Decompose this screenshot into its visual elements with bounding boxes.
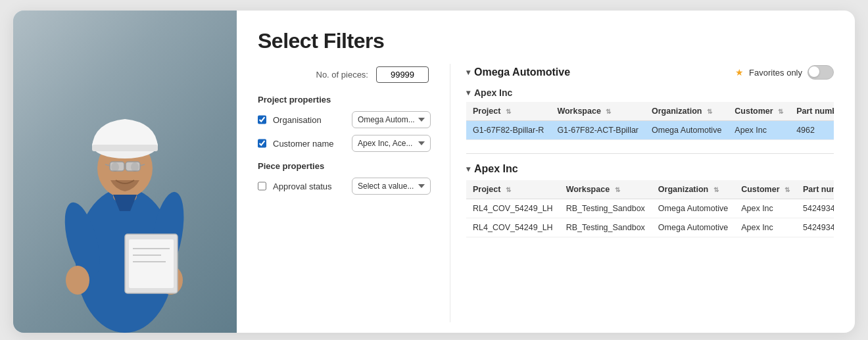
customer-name-label: Customer name (273, 139, 345, 149)
approval-status-filter-item: Approval status Select a value... Approv… (258, 178, 429, 195)
cell-organization: Omega Automotive (652, 218, 735, 237)
organisation-label: Organisation (273, 115, 345, 125)
organisation-select[interactable]: Omega Autom... Other... (352, 111, 431, 128)
cell-workspace: G1-67F82-ACT-Bpillar (550, 121, 645, 140)
pieces-input[interactable] (376, 66, 429, 83)
subgroup-apex-inc-2: ▾ Apex Inc Project ⇅ Workspace ⇅ Organiz… (466, 163, 834, 237)
group1-title: ▾ Omega Automotive (466, 66, 570, 78)
cell-workspace: RB_Testing_Sandbox (560, 218, 652, 237)
organisation-checkbox[interactable] (258, 114, 266, 125)
group2-name: Apex Inc (474, 163, 518, 175)
subgroup1-chevron-icon[interactable]: ▾ (466, 88, 470, 97)
results-header: ▾ Omega Automotive ★ Favorites only (466, 64, 834, 80)
results-panel: ▾ Omega Automotive ★ Favorites only ▾ (450, 64, 834, 322)
customer-name-filter-item: Customer name Apex Inc, Ace... Other... (258, 135, 429, 152)
svg-rect-15 (126, 162, 140, 171)
title-area: Select Filters (237, 11, 855, 64)
sort-project-icon[interactable]: ⇅ (506, 108, 511, 115)
favorites-label: Favorites only (749, 68, 802, 78)
approval-status-select[interactable]: Select a value... Approved Pending Rejec… (352, 178, 431, 195)
content-area: No. of pieces: Project properties Organi… (237, 64, 855, 333)
svg-rect-14 (110, 162, 124, 171)
table-row[interactable]: G1-67F82-Bpillar-R G1-67F82-ACT-Bpillar … (466, 121, 834, 140)
organisation-filter-item: Organisation Omega Autom... Other... (258, 111, 429, 128)
project-properties-title: Project properties (258, 95, 429, 105)
col-customer-1: Customer ⇅ (728, 102, 790, 121)
star-icon: ★ (735, 67, 744, 78)
customer-name-checkbox[interactable] (258, 138, 266, 149)
col-partnum-1: Part number ⇅ (790, 102, 834, 121)
cell-organization: Omega Automotive (652, 199, 735, 218)
table-group2: Project ⇅ Workspace ⇅ Organization ⇅ Cus… (466, 180, 834, 237)
cell-partnum: 54249344_LH (796, 218, 834, 237)
toggle-knob (809, 66, 819, 77)
cell-customer: Apex Inc (728, 121, 790, 140)
table-group1: Project ⇅ Workspace ⇅ Organization ⇅ Cus… (466, 102, 834, 140)
cell-organization: Omega Automotive (645, 121, 728, 140)
col-workspace-2: Workspace ⇅ (560, 180, 652, 199)
approval-status-label: Approval status (273, 182, 345, 191)
svg-rect-20 (92, 145, 158, 151)
subgroup1-name: Apex Inc (474, 87, 512, 98)
table-row[interactable]: RL4_COV_54249_LH RB_Testing_Sandbox Omeg… (466, 218, 834, 237)
sort-org2-icon[interactable]: ⇅ (713, 186, 719, 193)
sort-workspace2-icon[interactable]: ⇅ (615, 186, 620, 193)
subgroup-apex-inc-1: ▾ Apex Inc Project ⇅ Workspace ⇅ Organiz… (466, 87, 834, 140)
table-row[interactable]: RL4_COV_54249_LH RB_Testing_Sandbox Omeg… (466, 199, 834, 218)
col-organization-2: Organization ⇅ (652, 180, 735, 199)
col-partnum-2: Part number ⇅ (796, 180, 834, 199)
cell-customer: Apex Inc (735, 218, 796, 237)
cell-project: G1-67F82-Bpillar-R (466, 121, 550, 140)
favorites-toggle-switch[interactable] (808, 65, 834, 80)
col-customer-2: Customer ⇅ (735, 180, 796, 199)
sort-customer-icon[interactable]: ⇅ (778, 108, 783, 115)
approval-status-checkbox[interactable] (258, 181, 266, 191)
group1-name: Omega Automotive (474, 66, 570, 78)
sort-project2-icon[interactable]: ⇅ (506, 186, 511, 193)
favorites-toggle: ★ Favorites only (735, 65, 834, 80)
table-body-1: G1-67F82-Bpillar-R G1-67F82-ACT-Bpillar … (466, 121, 834, 140)
table-header-1: Project ⇅ Workspace ⇅ Organization ⇅ Cus… (466, 102, 834, 121)
col-workspace-1: Workspace ⇅ (550, 102, 645, 121)
group2-title: ▾ Apex Inc (466, 163, 834, 175)
worker-illustration (39, 17, 210, 333)
group2-chevron-icon[interactable]: ▾ (466, 164, 470, 174)
cell-project: RL4_COV_54249_LH (466, 199, 560, 218)
cell-project: RL4_COV_54249_LH (466, 218, 560, 237)
header-row-2: Project ⇅ Workspace ⇅ Organization ⇅ Cus… (466, 180, 834, 199)
customer-name-select[interactable]: Apex Inc, Ace... Other... (352, 135, 431, 152)
svg-rect-6 (129, 239, 174, 288)
col-organization-1: Organization ⇅ (645, 102, 728, 121)
cell-customer: Apex Inc (735, 199, 796, 218)
group1-chevron-icon[interactable]: ▾ (466, 68, 470, 77)
svg-point-3 (66, 266, 89, 295)
sort-org-icon[interactable]: ⇅ (707, 108, 712, 115)
sort-customer2-icon[interactable]: ⇅ (784, 186, 790, 193)
piece-properties-title: Piece properties (258, 161, 429, 171)
cell-partnum: 4962 (790, 121, 834, 140)
right-panel: Select Filters No. of pieces: Project pr… (237, 11, 855, 333)
col-project-1: Project ⇅ (466, 102, 550, 121)
page-title: Select Filters (258, 29, 834, 53)
col-project-2: Project ⇅ (466, 180, 560, 199)
left-panel (13, 11, 237, 333)
cell-workspace: RB_Testing_Sandbox (560, 199, 652, 218)
pieces-label: No. of pieces: (316, 70, 369, 80)
table-body-2: RL4_COV_54249_LH RB_Testing_Sandbox Omeg… (466, 199, 834, 237)
cell-partnum: 54249344_LH (796, 199, 834, 218)
filter-panel: No. of pieces: Project properties Organi… (258, 64, 429, 322)
sort-workspace-icon[interactable]: ⇅ (606, 108, 611, 115)
group-divider (466, 153, 834, 154)
table-header-2: Project ⇅ Workspace ⇅ Organization ⇅ Cus… (466, 180, 834, 199)
header-row-1: Project ⇅ Workspace ⇅ Organization ⇅ Cus… (466, 102, 834, 121)
main-card: Select Filters No. of pieces: Project pr… (13, 11, 855, 333)
subgroup1-title: ▾ Apex Inc (466, 87, 834, 98)
pieces-row: No. of pieces: (258, 66, 429, 83)
